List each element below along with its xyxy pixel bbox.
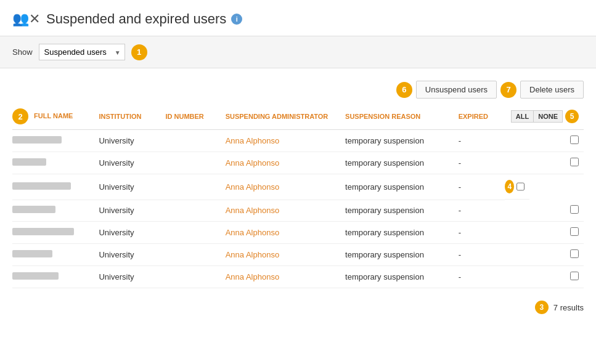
cell-fullname (12, 266, 99, 288)
unsuspend-users-button[interactable]: Unsuspend users (416, 81, 497, 99)
cell-admin: Anna Alphonso (226, 130, 345, 152)
badge-2: 2 (12, 108, 28, 124)
cell-idnumber (165, 244, 225, 266)
cell-checkbox[interactable] (505, 200, 584, 222)
cell-checkbox[interactable] (505, 152, 584, 174)
cell-checkbox[interactable] (505, 266, 584, 288)
row-checkbox[interactable] (570, 249, 579, 258)
badge-3: 3 (535, 301, 549, 314)
cell-expired: - (459, 266, 505, 288)
cell-admin: Anna Alphonso (226, 222, 345, 244)
cell-admin: Anna Alphonso (226, 244, 345, 266)
col-reason: SUSPENSION REASON (345, 103, 459, 130)
cell-expired: - (459, 152, 505, 174)
row-checkbox[interactable] (516, 182, 525, 191)
cell-fullname (12, 222, 99, 244)
table-row: University Anna Alphonso temporary suspe… (12, 222, 584, 244)
cell-admin: Anna Alphonso (226, 200, 345, 222)
all-none-group: ALL NONE (511, 110, 563, 123)
cell-idnumber (165, 130, 225, 152)
cell-fullname (12, 130, 99, 152)
cell-institution: University (99, 152, 165, 174)
badge-6: 6 (396, 82, 412, 98)
row-checkbox[interactable] (570, 227, 579, 236)
all-button[interactable]: ALL (512, 111, 534, 122)
filter-badge-1: 1 (131, 44, 147, 60)
users-table: 2 FULL NAME INSTITUTION ID NUMBER SUSPEN… (12, 103, 584, 288)
cell-admin: Anna Alphonso (226, 152, 345, 174)
none-button[interactable]: NONE (534, 111, 562, 122)
badge-5: 5 (565, 110, 579, 123)
cell-reason: temporary suspension (345, 222, 459, 244)
cell-fullname (12, 244, 99, 266)
cell-institution: University (99, 266, 165, 288)
table-row: University Anna Alphonso temporary suspe… (12, 200, 584, 222)
badge-4: 4 (505, 180, 514, 193)
cell-fullname (12, 200, 99, 222)
cell-expired: - (459, 174, 505, 200)
cell-institution: University (99, 222, 165, 244)
action-bar: 6 Unsuspend users 7 Delete users (12, 81, 584, 99)
show-label: Show (12, 47, 33, 57)
col-fullname-label: FULL NAME (34, 112, 73, 119)
results-count: 7 results (553, 303, 584, 312)
table-row: University Anna Alphonso temporary suspe… (12, 244, 584, 266)
users-icon: 👥✕ (12, 11, 40, 27)
row-checkbox[interactable] (570, 272, 579, 280)
cell-idnumber (165, 152, 225, 174)
page-title: Suspended and expired users (46, 11, 226, 27)
col-expired: EXPIRED (459, 103, 505, 130)
cell-idnumber (165, 266, 225, 288)
cell-admin: Anna Alphonso (226, 174, 345, 200)
cell-reason: temporary suspension (345, 200, 459, 222)
show-select[interactable]: Suspended users Expired users All users (39, 44, 125, 60)
cell-checkbox[interactable] (505, 222, 584, 244)
col-select: ALL NONE 5 (505, 103, 584, 130)
main-content: 6 Unsuspend users 7 Delete users 2 FULL … (0, 68, 596, 326)
cell-institution: University (99, 130, 165, 152)
cell-institution: University (99, 174, 165, 200)
cell-reason: temporary suspension (345, 152, 459, 174)
page-header: 👥✕ Suspended and expired users i (0, 0, 596, 36)
cell-reason: temporary suspension (345, 244, 459, 266)
col-fullname: 2 FULL NAME (12, 103, 99, 130)
cell-reason: temporary suspension (345, 174, 459, 200)
cell-checkbox[interactable]: 4 (505, 174, 529, 200)
cell-idnumber (165, 200, 225, 222)
cell-idnumber (165, 222, 225, 244)
cell-expired: - (459, 244, 505, 266)
cell-admin: Anna Alphonso (226, 266, 345, 288)
cell-idnumber (165, 174, 225, 200)
col-institution: INSTITUTION (99, 103, 165, 130)
cell-checkbox[interactable] (505, 130, 584, 152)
cell-fullname (12, 174, 99, 200)
row-checkbox[interactable] (570, 158, 579, 166)
cell-expired: - (459, 222, 505, 244)
results-bar: 3 7 results (12, 301, 584, 314)
table-row: University Anna Alphonso temporary suspe… (12, 152, 584, 174)
cell-institution: University (99, 244, 165, 266)
filter-bar: Show Suspended users Expired users All u… (0, 36, 596, 68)
col-idnumber: ID NUMBER (165, 103, 225, 130)
cell-expired: - (459, 130, 505, 152)
cell-institution: University (99, 200, 165, 222)
badge-7: 7 (500, 82, 516, 98)
row-checkbox[interactable] (570, 135, 579, 144)
cell-reason: temporary suspension (345, 266, 459, 288)
cell-reason: temporary suspension (345, 130, 459, 152)
cell-fullname (12, 152, 99, 174)
table-row: University Anna Alphonso temporary suspe… (12, 266, 584, 288)
table-row: University Anna Alphonso temporary suspe… (12, 174, 584, 200)
row-checkbox[interactable] (570, 205, 579, 214)
info-icon[interactable]: i (231, 14, 242, 25)
delete-users-button[interactable]: Delete users (520, 81, 584, 99)
cell-expired: - (459, 200, 505, 222)
cell-checkbox[interactable] (505, 244, 584, 266)
col-admin: SUSPENDING ADMINISTRATOR (226, 103, 345, 130)
show-select-wrapper[interactable]: Suspended users Expired users All users (39, 44, 125, 60)
table-row: University Anna Alphonso temporary suspe… (12, 130, 584, 152)
